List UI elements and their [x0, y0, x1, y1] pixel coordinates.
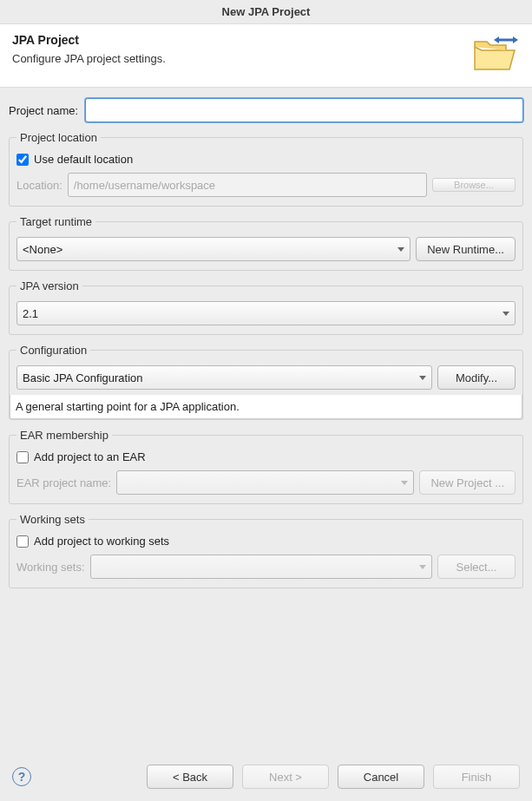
back-button[interactable]: < Back: [147, 765, 233, 789]
add-to-working-sets-checkbox[interactable]: [16, 535, 29, 548]
project-name-label: Project name:: [9, 104, 78, 117]
chevron-down-icon: [419, 376, 426, 380]
project-location-group: Project location Use default location Lo…: [9, 131, 523, 207]
chevron-down-icon: [397, 247, 404, 252]
new-runtime-button[interactable]: New Runtime...: [416, 237, 516, 261]
finish-button: Finish: [433, 765, 520, 789]
configuration-select[interactable]: Basic JPA Configuration: [16, 365, 432, 390]
wizard-footer: ? < Back Next > Cancel Finish: [0, 756, 532, 801]
wizard-header: JPA Project Configure JPA project settin…: [0, 23, 532, 88]
chevron-down-icon: [502, 312, 509, 316]
configuration-value: Basic JPA Configuration: [23, 371, 143, 384]
jpa-version-select[interactable]: 2.1: [16, 301, 516, 325]
ear-membership-legend: EAR membership: [16, 429, 112, 442]
jpa-version-value: 2.1: [23, 307, 38, 320]
location-input: [68, 173, 427, 197]
folder-icon: [471, 35, 520, 73]
chevron-down-icon: [401, 481, 408, 485]
target-runtime-value: <None>: [23, 243, 62, 256]
project-name-row: Project name:: [9, 98, 523, 122]
working-sets-legend: Working sets: [16, 513, 89, 526]
add-to-ear-label: Add project to an EAR: [34, 450, 146, 463]
page-title: JPA Project: [12, 33, 471, 47]
ear-membership-group: EAR membership Add project to an EAR EAR…: [9, 429, 523, 504]
help-icon[interactable]: ?: [12, 767, 31, 786]
target-runtime-group: Target runtime <None> New Runtime...: [9, 215, 523, 271]
jpa-version-group: JPA version 2.1: [9, 279, 523, 335]
select-working-sets-button: Select...: [437, 555, 516, 579]
add-to-ear-checkbox[interactable]: [16, 451, 29, 463]
new-project-button: New Project ...: [419, 470, 516, 495]
modify-button[interactable]: Modify...: [437, 365, 516, 390]
jpa-version-legend: JPA version: [16, 279, 82, 292]
project-location-legend: Project location: [16, 131, 101, 144]
use-default-location-checkbox[interactable]: [16, 154, 29, 166]
project-name-input[interactable]: [85, 98, 523, 122]
working-sets-label: Working sets:: [16, 561, 85, 574]
page-description: Configure JPA project settings.: [12, 52, 471, 65]
window-title: New JPA Project: [0, 0, 532, 23]
browse-button: Browse...: [432, 178, 516, 192]
configuration-description: A general starting point for a JPA appli…: [10, 395, 522, 419]
target-runtime-legend: Target runtime: [16, 215, 95, 228]
chevron-down-icon: [419, 565, 426, 569]
location-label: Location:: [16, 179, 62, 192]
ear-project-name-label: EAR project name:: [16, 476, 111, 489]
ear-project-name-select: [116, 470, 414, 495]
use-default-location-label: Use default location: [34, 153, 133, 166]
target-runtime-select[interactable]: <None>: [16, 237, 410, 261]
next-button: Next >: [242, 765, 329, 789]
cancel-button[interactable]: Cancel: [338, 765, 424, 789]
wizard-content: Project name: Project location Use defau…: [0, 88, 532, 756]
configuration-group: Configuration Basic JPA Configuration Mo…: [9, 344, 523, 420]
working-sets-select: [90, 555, 432, 579]
working-sets-group: Working sets Add project to working sets…: [9, 513, 523, 588]
configuration-legend: Configuration: [16, 344, 90, 357]
add-to-working-sets-label: Add project to working sets: [34, 535, 169, 548]
